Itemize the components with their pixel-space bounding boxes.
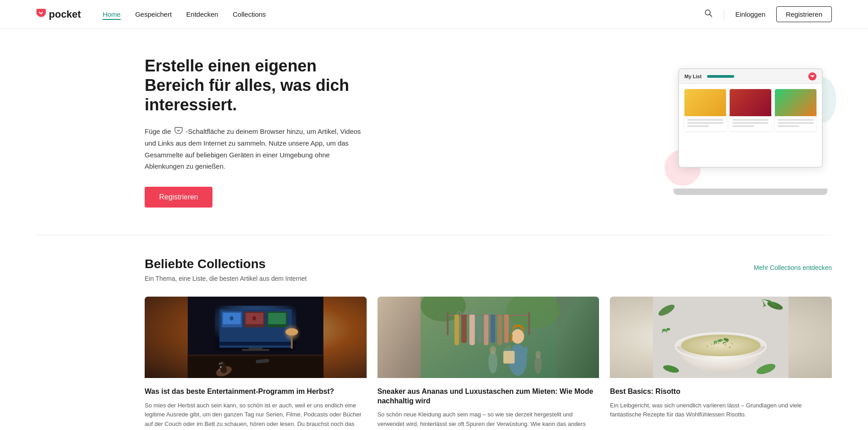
laptop-screen: My List (678, 68, 823, 168)
hero-title: Erstelle einen eigenen Bereich für alles… (145, 56, 362, 115)
svg-point-51 (707, 345, 708, 347)
article-img-yellow (684, 89, 726, 116)
nav-link-home[interactable]: Home (103, 9, 121, 20)
card-line (687, 122, 723, 124)
nav-link-gespeichert[interactable]: Gespeichert (135, 9, 172, 20)
svg-point-11 (230, 316, 233, 321)
pocket-inline-icon (175, 126, 183, 138)
svg-point-36 (488, 351, 497, 373)
hero-description: Füge die -Schaltfläche zu deinem Browser… (145, 126, 362, 172)
collection-card-title-2: Sneaker aus Ananas und Luxustaschen zum … (377, 387, 599, 406)
collection-img-fashion (377, 297, 599, 378)
collection-card-3[interactable]: Best Basics: Risotto Ein Leibgericht, wa… (610, 297, 832, 430)
collections-subtitle: Ein Thema, eine Liste, die besten Artike… (145, 275, 832, 282)
laptop-base (674, 189, 827, 195)
nav-divider (724, 9, 724, 20)
laptop-pocket-icon (808, 72, 816, 80)
collection-card-1[interactable]: Was ist das beste Entertainment-Programm… (145, 297, 367, 430)
svg-rect-13 (219, 342, 292, 345)
card-line (732, 119, 769, 121)
nav-links: Home Gespeichert Entdecken Collections (103, 9, 266, 20)
collection-card-desc-2: So schön neue Kleidung auch sein mag – s… (377, 410, 599, 430)
svg-point-34 (511, 329, 524, 344)
card-line (732, 125, 754, 127)
hero-text: Erstelle einen eigenen Bereich für alles… (145, 56, 362, 208)
svg-rect-31 (447, 312, 448, 335)
svg-rect-10 (268, 313, 286, 324)
card-line (687, 125, 709, 127)
collection-img-risotto (610, 297, 832, 378)
register-hero-button[interactable]: Registrieren (145, 187, 212, 208)
svg-point-52 (729, 346, 731, 348)
fashion-scene-svg (377, 297, 599, 378)
collection-card-title-3: Best Basics: Risotto (610, 387, 832, 397)
card-line (687, 119, 723, 121)
svg-point-48 (718, 342, 720, 344)
svg-point-57 (662, 329, 667, 331)
card-line (778, 125, 799, 127)
card-lines-1 (684, 116, 726, 131)
collection-card-desc-1: So mies der Herbst auch sein kann, so sc… (145, 401, 367, 430)
svg-line-1 (710, 14, 712, 17)
laptop-bar-accent (707, 75, 734, 78)
svg-rect-16 (188, 355, 323, 378)
article-card-3 (775, 89, 816, 131)
collections-section: Beliebte Collections Mehr Collections en… (0, 235, 868, 430)
svg-point-47 (711, 343, 713, 345)
risotto-scene-svg (610, 297, 832, 378)
svg-point-12 (252, 316, 256, 321)
card-line (778, 122, 814, 124)
logo-wordmark: pocket (49, 9, 81, 20)
article-card-2 (730, 89, 771, 131)
collection-card-2[interactable]: Sneaker aus Ananas und Luxustaschen zum … (377, 297, 599, 430)
laptop-bar: My List (679, 69, 822, 84)
pocket-logo-icon (36, 9, 46, 20)
login-button[interactable]: Einloggen (735, 10, 765, 18)
article-img-red (730, 89, 771, 116)
collections-grid: Was ist das beste Entertainment-Programm… (145, 297, 832, 430)
navigation: pocket Home Gespeichert Entdecken Collec… (0, 0, 868, 29)
svg-point-46 (681, 335, 761, 356)
collection-body-1: Was ist das beste Entertainment-Programm… (145, 378, 367, 430)
svg-rect-35 (503, 351, 514, 364)
collection-body-3: Best Basics: Risotto Ein Leibgericht, wa… (610, 378, 832, 423)
tv-scene-svg (145, 297, 367, 378)
my-list-label: My List (684, 74, 702, 79)
search-icon (704, 9, 713, 18)
svg-rect-32 (528, 312, 530, 335)
hero-section: Erstelle einen eigenen Bereich für alles… (0, 29, 868, 235)
card-lines-3 (775, 116, 816, 131)
svg-point-37 (490, 346, 496, 354)
collections-header: Beliebte Collections Mehr Collections en… (145, 257, 832, 271)
logo[interactable]: pocket (36, 9, 81, 20)
nav-right: Einloggen Registrieren (704, 6, 832, 22)
svg-point-50 (731, 343, 733, 345)
nav-left: pocket Home Gespeichert Entdecken Collec… (36, 9, 266, 20)
collections-title: Beliebte Collections (145, 257, 266, 271)
nav-link-entdecken[interactable]: Entdecken (186, 9, 218, 20)
svg-rect-17 (188, 354, 323, 356)
collection-img-tv (145, 297, 367, 378)
card-lines-2 (730, 116, 771, 131)
card-line (732, 122, 769, 124)
svg-point-39 (535, 351, 541, 358)
svg-point-25 (285, 328, 298, 335)
article-img-green (775, 89, 816, 116)
collection-card-title-1: Was ist das beste Entertainment-Programm… (145, 387, 367, 397)
svg-point-58 (667, 328, 670, 330)
article-card-1 (684, 89, 726, 131)
svg-point-49 (725, 344, 726, 346)
collection-card-desc-3: Ein Leibgericht, was sich unendlich vari… (610, 401, 832, 420)
register-nav-button[interactable]: Registrieren (776, 6, 832, 22)
collection-body-2: Sneaker aus Ananas und Luxustaschen zum … (377, 378, 599, 430)
search-button[interactable] (704, 9, 713, 20)
laptop-content (679, 84, 822, 137)
nav-link-collections[interactable]: Collections (233, 9, 266, 20)
card-line (778, 119, 814, 121)
svg-rect-15 (242, 349, 269, 351)
more-collections-link[interactable]: Mehr Collections entdecken (754, 264, 832, 271)
hero-illustration: My List (669, 68, 832, 195)
